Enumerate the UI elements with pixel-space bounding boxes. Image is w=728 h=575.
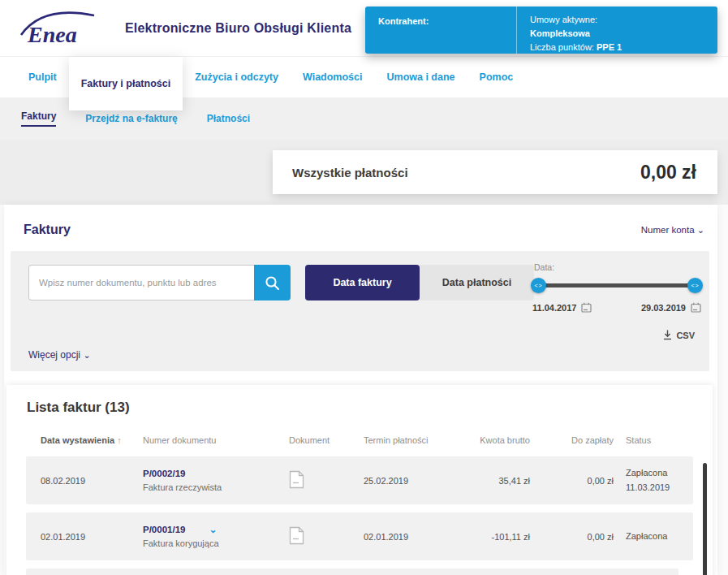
- subnav-item-platnosci[interactable]: Płatności: [207, 113, 250, 124]
- to-pay-amount: 0,00 zł: [530, 532, 614, 542]
- due-date: 25.02.2019: [364, 476, 461, 486]
- end-date-value: 29.03.2019: [641, 303, 686, 313]
- doc-type: Faktura korygująca: [143, 537, 289, 551]
- panel-title: Faktury: [24, 223, 71, 237]
- column-header-document: Dokument: [289, 435, 364, 445]
- points-count-value: PPE 1: [597, 42, 622, 52]
- column-header-issue-date[interactable]: Data wystawienia ↑: [41, 435, 143, 445]
- document-icon[interactable]: [289, 470, 304, 489]
- main-navigation: Pulpit Faktury i płatności Zużycia i odc…: [0, 57, 728, 97]
- date-type-toggle: Data faktury Data płatności: [305, 265, 534, 300]
- invoice-list-card: Lista faktur (13) Data wystawienia ↑ Num…: [6, 385, 713, 575]
- due-date: 02.01.2019: [364, 532, 461, 542]
- page-title: Elektroniczne Biuro Obsługi Klienta: [125, 21, 351, 36]
- chevron-down-icon: ⌄: [83, 350, 90, 360]
- to-pay-amount: 0,00 zł: [530, 476, 614, 486]
- column-header-doc-number: Numer dokumentu: [143, 435, 289, 445]
- issue-date: 02.01.2019: [41, 532, 143, 542]
- contract-info-card: Kontrahent: Umowy aktywne: Kompleksowa L…: [365, 6, 717, 54]
- active-contracts-label: Umowy aktywne:: [530, 13, 622, 27]
- slider-label: Data:: [534, 262, 701, 272]
- gross-amount: 35,41 zł: [461, 476, 530, 486]
- invoices-panel: Faktury Numer konta ⌄ Data faktury Data …: [4, 205, 717, 575]
- filter-box: Data faktury Data płatności Data: <> <> …: [11, 251, 709, 371]
- status-text: Zapłacona: [626, 530, 678, 544]
- gross-amount: -101,11 zł: [461, 532, 530, 542]
- doc-number[interactable]: P/0002/19: [143, 469, 185, 478]
- status-date: 11.03.2019: [626, 481, 678, 495]
- issue-date: 08.02.2019: [41, 476, 143, 486]
- column-header-due-date: Termin płatności: [364, 435, 461, 445]
- subnav-item-efaktura[interactable]: Przejdź na e-fakturę: [85, 113, 177, 124]
- kontrahent-label: Kontrahent:: [378, 16, 429, 26]
- column-header-to-pay: Do zapłaty: [530, 435, 614, 445]
- document-icon[interactable]: [289, 526, 304, 545]
- slider-track: <> <>: [532, 278, 701, 293]
- search-icon: [265, 275, 280, 291]
- doc-number[interactable]: P/0001/19: [143, 525, 185, 534]
- calendar-icon-end[interactable]: [691, 302, 701, 313]
- vertical-scrollbar[interactable]: [703, 463, 707, 575]
- subnav-item-faktury[interactable]: Faktury: [21, 110, 56, 127]
- search-button[interactable]: [254, 265, 291, 300]
- account-number-dropdown[interactable]: Numer konta ⌄: [641, 225, 704, 236]
- column-header-status: Status: [614, 435, 678, 445]
- invoice-table: Data wystawienia ↑ Numer dokumentu Dokum…: [26, 435, 693, 575]
- chevron-down-icon: ⌄: [697, 225, 704, 235]
- summary-strip: Wszystkie płatności 0,00 zł: [0, 140, 728, 205]
- status-text: Zapłacona: [626, 466, 678, 481]
- nav-item-zuzycia-i-odczyty[interactable]: Zużycia i odczyty: [183, 57, 291, 97]
- app-header: Enea Elektroniczne Biuro Obsługi Klienta…: [0, 0, 728, 57]
- nav-item-umowa-i-dane[interactable]: Umowa i dane: [375, 57, 467, 97]
- invoice-list-title: Lista faktur (13): [27, 400, 713, 416]
- table-row[interactable]: 02.01.2019 P/0001/19 ⌄ Faktura korygując…: [26, 512, 693, 560]
- invoice-table-header: Data wystawienia ↑ Numer dokumentu Dokum…: [26, 435, 693, 445]
- column-header-gross: Kwota brutto: [461, 435, 530, 445]
- slider-track-line: [534, 283, 700, 288]
- all-payments-amount: 0,00 zł: [640, 162, 696, 184]
- enea-logo: Enea: [19, 8, 97, 49]
- contract-type-value: Kompleksowa: [530, 27, 622, 41]
- nav-item-faktury-i-platnosci[interactable]: Faktury i płatności: [69, 57, 183, 110]
- slider-handle-start[interactable]: <>: [531, 278, 546, 293]
- date-range-slider: Data: <> <> 11.04.2017 29.03.2019: [532, 262, 701, 313]
- all-payments-card: Wszystkie płatności 0,00 zł: [273, 150, 717, 194]
- slider-handle-end[interactable]: <>: [687, 278, 703, 293]
- toggle-data-platnosci[interactable]: Data płatności: [420, 265, 534, 300]
- points-count-label: Liczba punktów:: [530, 42, 594, 52]
- expand-chevron[interactable]: ⌄: [209, 524, 218, 535]
- nav-item-wiadomosci[interactable]: Wiadomości: [291, 57, 375, 97]
- toggle-data-faktury[interactable]: Data faktury: [305, 265, 420, 300]
- doc-type: Faktura rzeczywista: [143, 481, 289, 495]
- calendar-icon-start[interactable]: [581, 302, 592, 313]
- start-date-value: 11.04.2017: [532, 303, 576, 313]
- sort-asc-icon: ↑: [117, 435, 122, 445]
- nav-item-pomoc[interactable]: Pomoc: [467, 57, 526, 97]
- all-payments-label: Wszystkie płatności: [292, 166, 408, 179]
- svg-text:Enea: Enea: [27, 22, 77, 47]
- nav-item-pulpit[interactable]: Pulpit: [16, 57, 69, 97]
- more-options-link[interactable]: Więcej opcji ⌄: [28, 349, 91, 361]
- download-icon: [663, 330, 672, 340]
- csv-export-link[interactable]: CSV: [663, 330, 695, 340]
- search-input[interactable]: [28, 265, 254, 300]
- table-row-partial: [26, 569, 678, 575]
- invoice-rows: 08.02.2019 P/0002/19 ⌄ Faktura rzeczywis…: [26, 456, 693, 560]
- table-row[interactable]: 08.02.2019 P/0002/19 ⌄ Faktura rzeczywis…: [26, 456, 693, 504]
